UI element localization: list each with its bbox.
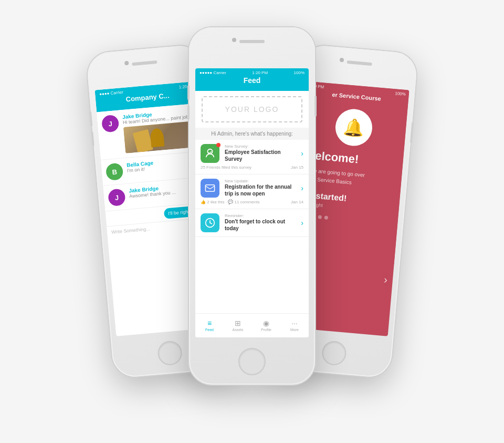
speaker-center [239, 40, 265, 43]
center-time: 1:20 PM [252, 70, 268, 75]
clock-icon-bg [201, 213, 219, 232]
svg-rect-1 [205, 184, 214, 191]
vol-up-center [187, 85, 190, 100]
camera-left [124, 60, 129, 65]
feed-item-row-update: New Update: Registration for the annual … [201, 179, 303, 198]
feed-nav-label: Feed [205, 328, 214, 332]
center-status-bar: ●●●●● Carrier 1:20 PM 100% [200, 70, 304, 75]
chevron-survey: › [301, 149, 303, 158]
camera-right [340, 57, 344, 62]
clock-icon [205, 218, 215, 228]
welcome-text: elcome! [314, 149, 359, 166]
survey-meta-right: Jan 15 [291, 165, 303, 170]
home-btn-right[interactable] [321, 340, 347, 366]
profile-nav-icon: ◉ [263, 320, 269, 327]
feed-label-survey: New Survey: [225, 144, 298, 149]
center-header: ●●●●● Carrier 1:20 PM 100% Feed [195, 68, 309, 91]
feed-meta-update: 👍 2 like this · 💬 11 comments Jan 14 [201, 200, 303, 204]
welcome-sub: se we are going to go over tomer Service… [302, 166, 396, 190]
vol-down-left [91, 131, 94, 146]
mail-icon-bg [201, 179, 219, 198]
nav-feed[interactable]: ≡ Feed [195, 320, 224, 332]
center-carrier: ●●●●● Carrier [200, 70, 226, 75]
hi-admin-text: Hi Admin, here's what's happening: [195, 128, 309, 140]
vol-up-left [89, 111, 92, 126]
feed-text-update: New Update: Registration for the annual … [225, 179, 298, 197]
profile-nav-label: Profile [261, 328, 271, 332]
home-btn-center[interactable] [238, 348, 266, 375]
survey-icon-bg [201, 144, 219, 163]
more-nav-label: More [290, 328, 299, 332]
avatar-bella: B [106, 162, 124, 181]
logo-area: YOUR LOGO [202, 96, 302, 122]
phones-container: ●●●● Carrier 1:20 PM Company C... J Jake… [89, 17, 415, 427]
feed-item-survey[interactable]: New Survey: Employee Satisfaction Survey… [195, 140, 309, 174]
feed-label-update: New Update: [225, 179, 298, 183]
feed-item-row-reminder: Reminder: Don't forget to clock out toda… [201, 213, 303, 232]
feed-label-reminder: Reminder: [225, 213, 298, 218]
welcome-heading: Welcome! [304, 148, 398, 169]
survey-icon [204, 148, 216, 159]
nav-assets[interactable]: ⊞ Assets [224, 320, 252, 332]
feed-item-update[interactable]: New Update: Registration for the annual … [195, 174, 309, 209]
nav-profile[interactable]: ◉ Profile [252, 320, 280, 332]
home-btn-left[interactable] [157, 340, 183, 366]
mail-icon [205, 184, 215, 192]
feed-title-survey: Employee Satisfaction Survey [225, 149, 298, 162]
feed-title-reminder: Don't forget to clock out today [225, 218, 298, 232]
phone-center: ●●●●● Carrier 1:20 PM 100% Feed YOUR LOG… [189, 27, 315, 385]
nav-more[interactable]: ··· More [280, 320, 309, 332]
update-meta-right: Jan 14 [291, 200, 303, 204]
bottom-nav: ≡ Feed ⊞ Assets ◉ Profile ··· More [195, 313, 309, 337]
speaker-right [346, 60, 372, 65]
bell-icon: 🔔 [342, 116, 365, 138]
feed-text-reminder: Reminder: Don't forget to clock out toda… [225, 213, 298, 232]
feed-nav-icon: ≡ [207, 320, 212, 327]
camera-center [232, 38, 236, 42]
feed-title-update: Registration for the annual trip is now … [225, 183, 298, 197]
survey-notification-dot [216, 143, 220, 147]
power-center [314, 96, 317, 117]
center-screen: ●●●●● Carrier 1:20 PM 100% Feed YOUR LOG… [195, 68, 309, 337]
next-arrow[interactable]: › [383, 273, 388, 285]
dot-4 [318, 215, 322, 219]
dot-5 [324, 215, 329, 220]
feed-text-survey: New Survey: Employee Satisfaction Survey [225, 144, 298, 162]
right-battery: 100% [395, 91, 406, 97]
survey-meta-left: 25 Friends filled this survey [201, 165, 251, 170]
bell-circle: 🔔 [334, 107, 374, 147]
assets-nav-label: Assets [232, 328, 243, 332]
paint-image [123, 120, 200, 153]
feed-item-reminder[interactable]: Reminder: Don't forget to clock out toda… [195, 209, 309, 237]
avatar-jake1: J [101, 114, 120, 132]
center-title: Feed [200, 76, 304, 87]
feed-item-row-survey: New Survey: Employee Satisfaction Survey… [201, 144, 303, 163]
feed-meta-survey: 25 Friends filled this survey Jan 15 [201, 165, 303, 170]
assets-nav-icon: ⊞ [235, 320, 241, 327]
speaker-left [132, 60, 157, 65]
more-nav-icon: ··· [291, 320, 298, 327]
center-battery: 100% [294, 70, 304, 75]
power-right [410, 122, 414, 143]
chevron-reminder: › [301, 219, 303, 227]
chevron-update: › [301, 184, 303, 192]
update-meta-left: 👍 2 like this · 💬 11 comments [201, 200, 259, 204]
vol-down-center [187, 105, 190, 120]
avatar-jake2: J [108, 188, 126, 207]
